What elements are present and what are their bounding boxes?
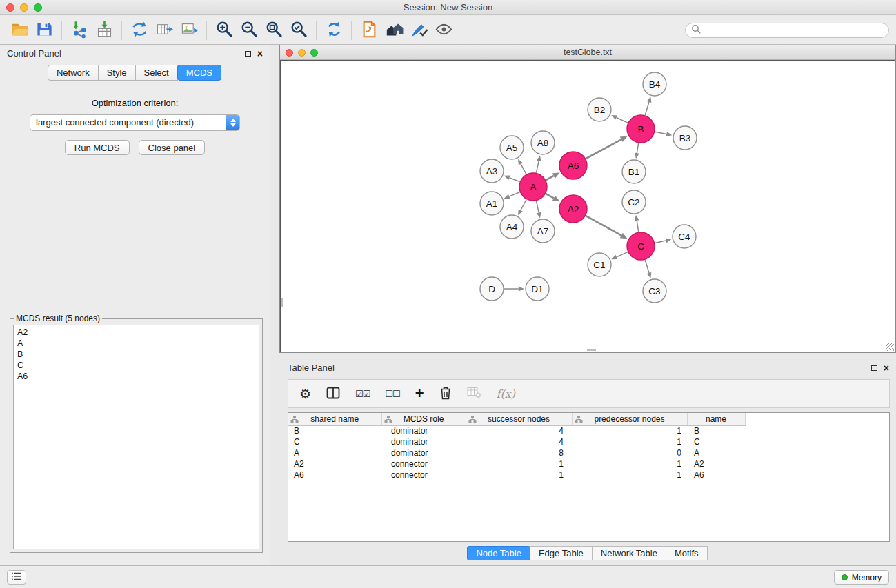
- close-panel-button[interactable]: Close panel: [139, 140, 206, 155]
- arrowhead-icon: [647, 272, 652, 278]
- open-folder-icon: [10, 20, 29, 41]
- column-header-shared-name[interactable]: shared name: [288, 413, 381, 425]
- result-item[interactable]: A2: [17, 327, 259, 338]
- tab-select[interactable]: Select: [135, 65, 178, 81]
- import-network-button[interactable]: [67, 19, 92, 42]
- graph-node-label: B2: [594, 105, 606, 115]
- task-history-button[interactable]: [7, 570, 26, 585]
- table-row[interactable]: Bdominator41B: [288, 425, 745, 436]
- graph-edge-A-A1[interactable]: [509, 192, 519, 196]
- graph-edge-B-B3[interactable]: [655, 132, 667, 134]
- network-canvas[interactable]: B4B2BB3A5A8A6B1A3AC2A1A2A4A7C4CC1C3DD1: [280, 60, 895, 352]
- horizontal-scroll-nub[interactable]: [587, 349, 596, 351]
- minimize-window-button[interactable]: [20, 3, 28, 12]
- graph-edge-A-A2[interactable]: [546, 194, 553, 198]
- tab-node-table[interactable]: Node Table: [467, 546, 530, 560]
- zoom-out-button[interactable]: [237, 19, 261, 42]
- open-session-button[interactable]: [7, 19, 32, 42]
- refresh-button[interactable]: [321, 19, 346, 42]
- graph-edge-A2-C[interactable]: [586, 216, 621, 235]
- float-table-panel-icon[interactable]: [871, 365, 877, 371]
- tab-mcds[interactable]: MCDS: [177, 65, 221, 81]
- minimize-network-window-button[interactable]: [298, 49, 306, 57]
- toolbar-separator: [316, 21, 317, 40]
- graph-edge-C-C1[interactable]: [617, 252, 628, 257]
- network-window-controls: [286, 49, 318, 57]
- graph-edge-A6-B[interactable]: [586, 139, 621, 159]
- mcds-result-list[interactable]: A2ABCA6: [13, 325, 259, 549]
- tab-edge-table[interactable]: Edge Table: [530, 546, 593, 560]
- float-panel-icon[interactable]: [245, 51, 251, 57]
- column-header-name[interactable]: name: [687, 413, 745, 425]
- graph-edge-A-A4[interactable]: [521, 200, 526, 210]
- close-network-window-button[interactable]: [286, 49, 293, 57]
- snapshot-button[interactable]: [357, 19, 381, 42]
- close-panel-icon[interactable]: ×: [257, 49, 263, 59]
- table-row[interactable]: A2connector11A2: [288, 458, 745, 469]
- delete-column-button[interactable]: [439, 386, 452, 402]
- deselect-all-button[interactable]: ☐☐: [385, 389, 399, 399]
- tab-style[interactable]: Style: [98, 65, 136, 81]
- close-table-panel-icon[interactable]: ×: [884, 363, 889, 373]
- graph-edge-B-B2[interactable]: [617, 118, 628, 123]
- criterion-dropdown[interactable]: largest connected component (directed): [30, 114, 240, 131]
- tab-motifs[interactable]: Motifs: [666, 546, 708, 560]
- result-item[interactable]: B: [17, 349, 259, 360]
- run-mcds-button[interactable]: Run MCDS: [65, 140, 130, 155]
- function-builder-button[interactable]: f(x): [497, 387, 515, 401]
- export-table-button[interactable]: [152, 19, 177, 42]
- graph-edge-A-A3[interactable]: [509, 178, 519, 182]
- delete-table-button[interactable]: [467, 387, 481, 401]
- graph-edge-A-A5[interactable]: [521, 164, 526, 174]
- network-window-titlebar[interactable]: testGlobe.txt: [280, 45, 895, 60]
- zoom-fit-button[interactable]: [261, 19, 286, 42]
- table-toolbar: ⚙ ☑☑ ☐☐ + f(x): [288, 379, 890, 408]
- tab-network-table[interactable]: Network Table: [592, 546, 666, 560]
- search-box[interactable]: [685, 23, 889, 38]
- graph-edge-B-B4[interactable]: [645, 102, 649, 115]
- result-item[interactable]: C: [17, 360, 259, 371]
- import-table-button[interactable]: [92, 19, 117, 42]
- graph-edge-B-B1[interactable]: [637, 143, 638, 153]
- tab-network[interactable]: Network: [48, 65, 99, 81]
- graph-edge-C-C2[interactable]: [637, 221, 639, 232]
- table-row[interactable]: Adominator80A: [288, 447, 745, 458]
- save-session-button[interactable]: [32, 19, 57, 42]
- node-table-container[interactable]: shared name MCDS role successor nodes pr…: [288, 412, 890, 542]
- column-type-icon: [290, 416, 299, 425]
- table-row[interactable]: Cdominator41C: [288, 436, 745, 447]
- vertical-scroll-nub[interactable]: [281, 298, 283, 307]
- result-item[interactable]: A6: [17, 371, 259, 382]
- column-header-successor-nodes[interactable]: successor nodes: [466, 413, 572, 425]
- eye-button[interactable]: [431, 19, 456, 42]
- memory-button[interactable]: Memory: [834, 570, 889, 585]
- toolbar-separator: [351, 21, 352, 40]
- graph-edge-A-A6[interactable]: [546, 176, 554, 180]
- trash-icon: [439, 386, 452, 402]
- export-image-button[interactable]: [177, 19, 201, 42]
- network-svg[interactable]: B4B2BB3A5A8A6B1A3AC2A1A2A4A7C4CC1C3DD1: [281, 61, 896, 353]
- show-columns-button[interactable]: [326, 387, 340, 401]
- column-header-predecessor-nodes[interactable]: predecessor nodes: [572, 413, 687, 425]
- table-row[interactable]: A6connector11A6: [288, 469, 745, 480]
- graph-edge-A-A8[interactable]: [536, 161, 539, 173]
- resize-grip-icon[interactable]: [886, 343, 894, 351]
- style-check-button[interactable]: [406, 19, 431, 42]
- export-network-button[interactable]: [127, 19, 152, 42]
- houses-icon: [385, 20, 404, 41]
- column-header-mcds-role[interactable]: MCDS role: [381, 413, 466, 425]
- graph-edge-C-C4[interactable]: [655, 241, 666, 243]
- close-window-button[interactable]: [6, 3, 14, 12]
- add-column-button[interactable]: +: [415, 386, 424, 401]
- table-settings-button[interactable]: ⚙: [299, 387, 311, 401]
- zoom-network-window-button[interactable]: [310, 49, 318, 57]
- graphics-details-button[interactable]: [381, 19, 406, 42]
- select-all-button[interactable]: ☑☑: [355, 389, 370, 399]
- search-input[interactable]: [701, 26, 883, 35]
- graph-edge-A-A7[interactable]: [536, 201, 539, 213]
- graph-edge-C-C3[interactable]: [645, 260, 649, 273]
- zoom-in-button[interactable]: [212, 19, 237, 42]
- zoom-selected-button[interactable]: [286, 19, 311, 42]
- result-item[interactable]: A: [17, 338, 259, 349]
- zoom-window-button[interactable]: [34, 3, 42, 12]
